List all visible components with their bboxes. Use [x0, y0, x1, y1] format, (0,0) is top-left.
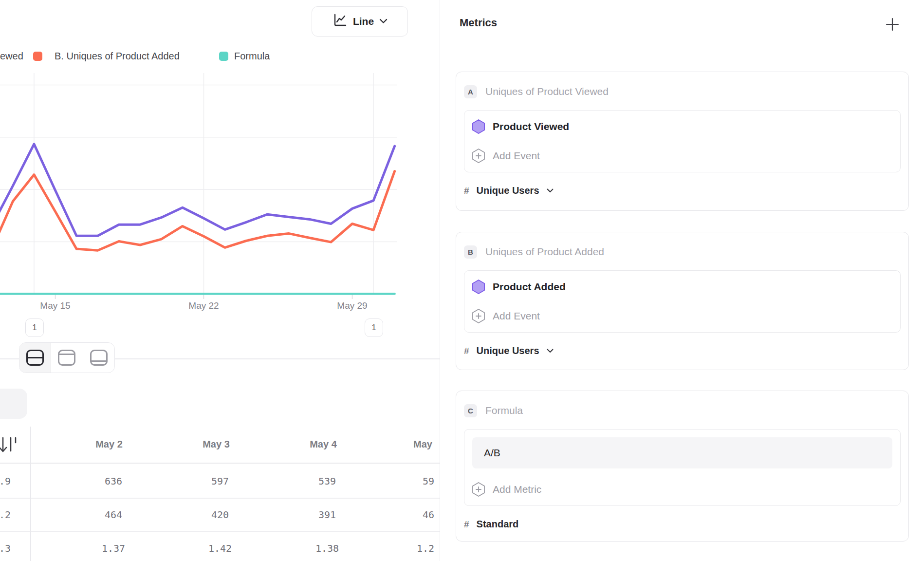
add-event-button[interactable]: Add Event	[472, 148, 892, 164]
measure-selector[interactable]: # Unique Users	[464, 345, 901, 356]
table-header-cell: May 4	[279, 436, 367, 452]
series-line	[0, 171, 395, 251]
number-icon: #	[464, 346, 469, 356]
legend-item-formula[interactable]: Formula	[234, 51, 270, 62]
chevron-down-icon	[547, 188, 554, 193]
metric-badge: A	[464, 85, 477, 98]
table-tab-pill[interactable]	[0, 389, 27, 419]
table-cell: 391	[283, 507, 371, 523]
metric-card-a: A Uniques of Product Viewed Product View…	[456, 72, 909, 211]
table-cell-partial: .2	[0, 507, 11, 523]
metric-card-c: C Formula A/B Add Metric # Standard	[456, 391, 909, 542]
table-header-cell-cut: May	[413, 436, 440, 452]
table-cell: 636	[70, 473, 157, 489]
table-cell-partial: 59	[423, 473, 440, 489]
event-hexagon-icon	[472, 280, 485, 294]
table-header-cell: May 2	[65, 436, 153, 452]
number-icon: #	[464, 519, 469, 530]
event-row[interactable]: Product Added	[472, 279, 892, 295]
event-name: Product Added	[493, 281, 566, 293]
table-cell: 1.38	[283, 541, 371, 556]
measure-selector[interactable]: # Standard	[464, 519, 901, 530]
metric-title: Uniques of Product Viewed	[485, 86, 609, 97]
x-axis-label: May 22	[188, 300, 219, 311]
table-cell: 1.37	[70, 541, 157, 556]
metrics-panel: Metrics A Uniques of Product Viewed Prod…	[440, 0, 924, 561]
toggle-table-only[interactable]	[83, 343, 114, 373]
chevron-down-icon	[547, 349, 554, 353]
panel-title: Metrics	[460, 17, 497, 29]
metric-card-header: A Uniques of Product Viewed	[464, 85, 901, 98]
series-line	[0, 144, 395, 236]
event-name: Product Viewed	[493, 121, 569, 132]
table-cell: 1.42	[176, 541, 264, 556]
metric-card-b: B Uniques of Product Added Product Added	[456, 232, 909, 370]
chart-section: May 15May 22May 29 ewed B. Uniques of Pr…	[0, 0, 440, 561]
table-cell: 464	[70, 507, 157, 523]
metric-badge: C	[464, 404, 477, 417]
formula-box: A/B Add Metric	[464, 429, 901, 506]
measure-label: Standard	[477, 519, 519, 530]
chevron-down-icon	[379, 17, 388, 26]
event-box: Product Viewed Add Event	[464, 110, 901, 172]
table-cell-partial: 46	[423, 507, 440, 523]
table-row-separator	[0, 498, 440, 499]
table-row-separator	[0, 531, 440, 532]
table-cell-partial: .9	[0, 473, 11, 489]
table-cell-partial: 1.2	[417, 541, 440, 556]
legend-item-a-partial[interactable]: ewed	[0, 51, 23, 62]
add-event-label: Add Event	[493, 310, 540, 322]
number-icon: #	[464, 186, 469, 196]
toggle-chart-only[interactable]	[51, 343, 82, 373]
add-metric-icon	[472, 482, 485, 497]
split-view-icon	[26, 350, 44, 366]
legend-swatch-b	[33, 52, 42, 61]
chart-type-label: Line	[353, 16, 374, 27]
metric-card-header: B Uniques of Product Added	[464, 245, 901, 259]
add-event-icon	[472, 309, 485, 323]
x-axis-label: May 29	[337, 300, 367, 311]
add-event-label: Add Event	[493, 150, 540, 162]
metric-title: Formula	[485, 405, 523, 416]
sort-descending-icon[interactable]	[0, 435, 20, 455]
insights-report: May 15May 22May 29 ewed B. Uniques of Pr…	[0, 0, 924, 561]
add-metric-plus-icon[interactable]	[886, 18, 899, 33]
table-cell: 597	[176, 473, 264, 489]
frozen-column-divider	[30, 427, 31, 561]
legend-swatch-formula	[219, 52, 228, 61]
table-cell-partial: .3	[0, 541, 11, 556]
add-event-icon	[472, 149, 485, 163]
annotation-badge[interactable]: 1	[25, 318, 44, 337]
chart-type-dropdown[interactable]: Line	[312, 6, 408, 37]
event-hexagon-icon	[472, 119, 485, 134]
chart-only-icon	[58, 350, 75, 366]
metric-title: Uniques of Product Added	[485, 246, 604, 258]
metric-badge: B	[464, 245, 477, 259]
table-header-border	[0, 463, 440, 464]
section-divider	[0, 358, 19, 359]
toggle-split-view[interactable]	[19, 343, 51, 373]
event-box: Product Added Add Event	[464, 270, 901, 333]
formula-input[interactable]: A/B	[472, 437, 892, 468]
table-cell: 539	[283, 473, 371, 489]
metric-card-header: C Formula	[464, 404, 901, 417]
x-axis-label: May 15	[40, 300, 70, 311]
measure-label: Unique Users	[477, 185, 539, 196]
add-metric-button[interactable]: Add Metric	[472, 481, 892, 498]
table-cell: 420	[176, 507, 264, 523]
line-chart-icon	[332, 13, 348, 30]
table-only-icon	[90, 350, 108, 366]
measure-label: Unique Users	[477, 345, 539, 356]
section-divider	[115, 358, 440, 359]
event-row[interactable]: Product Viewed	[472, 118, 892, 135]
table-header-cell: May 3	[172, 436, 260, 452]
add-event-button[interactable]: Add Event	[472, 308, 892, 324]
legend-item-b[interactable]: B. Uniques of Product Added	[55, 51, 180, 62]
add-metric-label: Add Metric	[493, 484, 541, 495]
annotation-badge[interactable]: 1	[365, 318, 383, 337]
layout-toggle-group	[19, 342, 115, 373]
measure-selector[interactable]: # Unique Users	[464, 185, 901, 196]
